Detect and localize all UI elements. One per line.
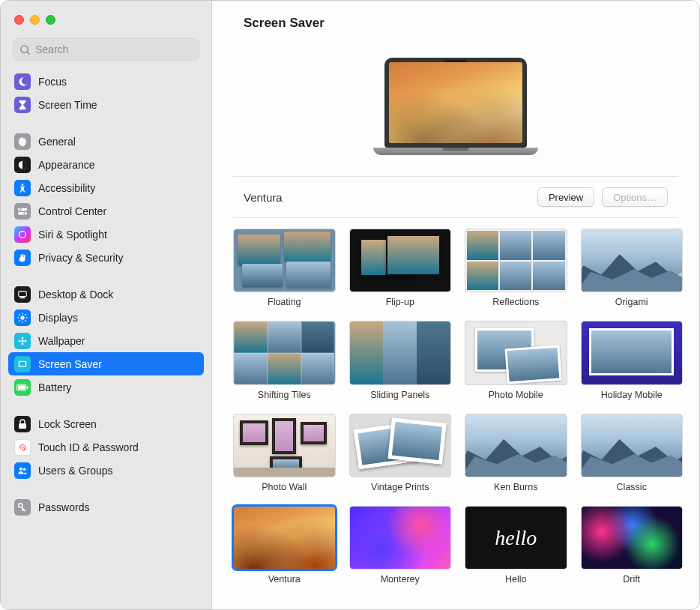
screensaver-tile-classic[interactable]: Classic — [581, 414, 684, 492]
svg-rect-10 — [20, 297, 25, 298]
svg-line-19 — [25, 314, 26, 315]
screensaver-tile-ken-burns[interactable]: Ken Burns — [465, 414, 567, 492]
svg-point-6 — [19, 208, 21, 210]
sidebar-item-desktop-dock[interactable]: Desktop & Dock — [8, 283, 204, 306]
sidebar-item-wallpaper[interactable]: Wallpaper — [8, 329, 204, 352]
sidebar-item-accessibility[interactable]: Accessibility — [8, 176, 204, 199]
screensaver-tile-flipup[interactable]: Flip-up — [349, 229, 452, 307]
screensaver-tile-floating[interactable]: Floating — [233, 229, 336, 307]
screensaver-grid: Floating Flip-up Reflections Origami Shi — [233, 229, 683, 585]
screensaver-tile-monterey[interactable]: Monterey — [349, 506, 452, 585]
sidebar-item-screen-time[interactable]: Screen Time — [8, 93, 204, 116]
sidebar-item-label: Displays — [38, 312, 78, 324]
svg-point-20 — [21, 339, 24, 342]
screensaver-tile-photo-wall[interactable]: Photo Wall — [233, 414, 336, 492]
search-input[interactable]: Search — [13, 38, 199, 61]
sidebar-item-control-center[interactable]: Control Center — [8, 199, 204, 223]
battery-icon — [14, 379, 31, 396]
tile-label: Photo Wall — [262, 482, 307, 492]
page-title: Screen Saver — [212, 1, 699, 38]
sidebar-item-privacy-security[interactable]: Privacy & Security — [8, 246, 204, 269]
sidebar-item-lock-screen[interactable]: Lock Screen — [8, 412, 204, 435]
sidebar-item-displays[interactable]: Displays — [8, 306, 204, 329]
dock-icon — [14, 286, 31, 303]
svg-line-1 — [27, 52, 29, 54]
sidebar-item-label: Desktop & Dock — [38, 289, 113, 301]
tile-label: Ken Burns — [494, 482, 537, 492]
screensaver-preview — [212, 38, 699, 176]
svg-rect-4 — [18, 208, 27, 211]
siri-icon — [14, 226, 31, 243]
sidebar-item-label: Passwords — [38, 501, 89, 513]
screensaver-icon — [14, 356, 31, 372]
key-icon — [14, 499, 31, 516]
screensaver-tile-reflections[interactable]: Reflections — [465, 229, 567, 307]
screensaver-tile-origami[interactable]: Origami — [581, 229, 684, 307]
screensaver-tile-sliding-panels[interactable]: Sliding Panels — [349, 321, 452, 399]
screensaver-tile-hello[interactable]: hello Hello — [465, 506, 567, 585]
sun-icon — [14, 309, 31, 326]
svg-point-8 — [19, 231, 26, 238]
preview-button[interactable]: Preview — [537, 187, 594, 207]
svg-point-7 — [23, 212, 25, 214]
system-settings-window: Search Focus Screen Time — [0, 0, 700, 610]
svg-point-3 — [22, 184, 24, 186]
sidebar-item-label: Control Center — [38, 205, 106, 217]
tile-label: Flip-up — [386, 297, 414, 307]
sidebar-item-screen-saver[interactable]: Screen Saver — [8, 352, 204, 375]
sidebar-item-label: Siri & Spotlight — [38, 229, 107, 241]
search-icon — [19, 44, 31, 55]
sidebar-item-battery[interactable]: Battery — [8, 375, 204, 399]
screensaver-tile-vintage-prints[interactable]: Vintage Prints — [349, 414, 452, 492]
sidebar-item-passwords[interactable]: Passwords — [8, 495, 204, 519]
sidebar-item-label: Touch ID & Password — [38, 441, 139, 453]
sidebar-item-general[interactable]: General — [8, 130, 204, 153]
current-screensaver-name: Ventura — [244, 191, 530, 204]
sidebar-item-label: Privacy & Security — [38, 252, 124, 264]
tile-label: Sliding Panels — [370, 390, 429, 400]
sidebar-item-appearance[interactable]: Appearance — [8, 153, 204, 176]
svg-rect-26 — [19, 361, 25, 365]
accessibility-icon — [14, 180, 31, 196]
sidebar-item-label: Accessibility — [38, 182, 95, 194]
tile-label: Hello — [505, 574, 527, 585]
sidebar-nav[interactable]: Focus Screen Time General Appear — [1, 67, 211, 609]
screensaver-tile-holiday-mobile[interactable]: Holiday Mobile — [581, 321, 684, 399]
sidebar-item-touch-id[interactable]: Touch ID & Password — [8, 435, 204, 459]
sidebar-item-siri-spotlight[interactable]: Siri & Spotlight — [8, 223, 204, 246]
tile-label: Vintage Prints — [371, 482, 429, 492]
tile-label: Holiday Mobile — [601, 390, 663, 400]
switches-icon — [14, 203, 31, 220]
sidebar-item-label: Appearance — [38, 159, 95, 171]
tile-label: Drift — [623, 574, 640, 585]
svg-rect-5 — [18, 211, 27, 214]
tile-label: Origami — [615, 297, 648, 307]
sidebar-item-users-groups[interactable]: Users & Groups — [8, 459, 204, 482]
svg-point-0 — [21, 45, 28, 52]
options-button[interactable]: Options… — [602, 187, 668, 207]
screensaver-tile-drift[interactable]: Drift — [581, 506, 684, 585]
tile-label: Shifting Tiles — [258, 390, 311, 400]
sidebar-item-label: Wallpaper — [38, 335, 85, 347]
close-button[interactable] — [14, 15, 24, 25]
minimize-button[interactable] — [30, 15, 40, 25]
screensaver-tile-photo-mobile[interactable]: Photo Mobile — [465, 321, 567, 399]
svg-point-31 — [19, 467, 22, 470]
screensaver-tile-ventura[interactable]: Ventura — [233, 506, 336, 585]
hand-icon — [14, 250, 31, 266]
fingerprint-icon — [14, 439, 31, 456]
svg-rect-29 — [27, 386, 28, 389]
screensaver-tile-shifting-tiles[interactable]: Shifting Tiles — [233, 321, 336, 399]
search-placeholder: Search — [35, 43, 68, 55]
screensaver-grid-scroll[interactable]: Floating Flip-up Reflections Origami Shi — [212, 218, 699, 609]
sidebar-item-label: Screen Time — [38, 99, 97, 111]
svg-rect-28 — [18, 385, 25, 389]
flower-icon — [14, 333, 31, 349]
svg-point-32 — [23, 468, 26, 471]
sidebar-item-label: Lock Screen — [38, 418, 97, 430]
svg-rect-9 — [19, 291, 27, 296]
sidebar-item-focus[interactable]: Focus — [8, 70, 204, 93]
screensaver-controls: Ventura Preview Options… — [233, 176, 678, 218]
zoom-button[interactable] — [46, 15, 55, 25]
tile-label: Photo Mobile — [489, 390, 543, 400]
